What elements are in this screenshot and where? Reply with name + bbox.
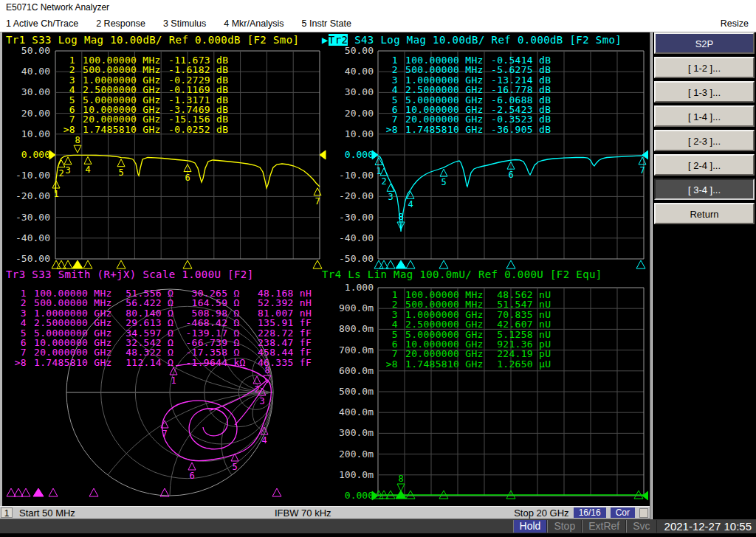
menu-item-3[interactable]: 3 Stimulus (163, 18, 206, 29)
tr1-y-axis: 50.0040.0030.0020.0010.000.000-10.00-20.… (3, 32, 50, 276)
marker-row: 55.0000000 GHz 34.597 Ω -139.17 Ω 228.72… (9, 328, 312, 338)
softkey-2-3[interactable]: [ 2-3 ]... (654, 130, 755, 151)
y-tick: -10.00 (16, 170, 50, 181)
y-tick: 1.000 (345, 282, 374, 293)
svg-text:7: 7 (162, 429, 167, 439)
softkey-header-s2p[interactable]: S2P (654, 32, 755, 54)
y-tick: 50.00 (21, 45, 50, 56)
menu-item-1[interactable]: 1 Active Ch/Trace (6, 18, 78, 29)
svg-text:8: 8 (398, 212, 403, 222)
y-tick: 800.0m (339, 323, 374, 334)
start-frequency: Start 50 MHz (19, 507, 75, 519)
softkey-1-2[interactable]: [ 1-2 ]... (654, 57, 755, 78)
marker-7-icon (639, 157, 646, 164)
stimulus-marker-icon (7, 488, 16, 496)
y-tick: 400.0m (339, 406, 374, 418)
stop-frequency: Stop 20 GHz (514, 507, 568, 519)
marker-row: 2500.00000 MHz 51.547 nU (380, 299, 551, 309)
y-tick: 0.000 (21, 149, 50, 160)
marker-row: >81.7485810 GHz 1.2650 μU (380, 359, 551, 369)
svg-text:5: 5 (232, 462, 237, 472)
marker-row: 55.0000000 GHz-6.0688 dB (380, 95, 551, 105)
svg-text:2: 2 (254, 384, 259, 395)
channel-indicator: 1 (1, 507, 13, 518)
tr2-title-text: S43 Log Mag 10.00dB/ Ref 0.000dB [F2 Smo… (348, 34, 622, 46)
stimulus-marker-icon (439, 260, 448, 268)
stimulus-marker-icon (636, 260, 645, 268)
svg-text:7: 7 (639, 165, 645, 176)
marker-row: 720.000000 GHz 48.322 Ω -17.358 Ω 458.44… (9, 347, 312, 357)
softkey-2-4[interactable]: [ 2-4 ]... (654, 154, 755, 176)
status-corner-box (639, 508, 648, 518)
menu-item-2[interactable]: 2 Response (96, 18, 145, 29)
marker-row: 1100.00000 MHz 48.562 nU (380, 290, 551, 299)
marker-row: 1100.00000 MHz 51.556 Ω 30.265 Ω 48.168 … (9, 288, 312, 298)
marker-row: 55.0000000 GHz 5.1258 nU (380, 330, 551, 339)
ref-level-arrow-left-icon (49, 150, 55, 159)
svg-text:5: 5 (118, 167, 123, 178)
marker-row: 31.0000000 GHz 80.140 Ω 508.98 Ω 81.007 … (9, 308, 312, 318)
service-indicator: Svc (626, 520, 656, 533)
marker-row: 2500.00000 MHz 56.422 Ω 164.59 Ω 52.392 … (9, 298, 312, 308)
marker-row: 31.0000000 GHz 70.835 nU (380, 310, 551, 319)
stop-indicator: Stop (547, 520, 582, 533)
svg-text:6: 6 (185, 173, 190, 183)
marker-row: 720.000000 GHz 224.19 pU (380, 349, 551, 358)
marker-5-icon (117, 159, 125, 167)
instrument-display[interactable]: 1234567812345678123456788 Tr1 S33 Log Ma… (0, 32, 650, 506)
y-tick: 900.0m (339, 302, 374, 313)
ifbw-value: IFBW 70 kHz (275, 507, 331, 519)
marker-row: 720.000000 GHz-0.3523 dB (380, 114, 551, 124)
tr1-marker-table: 1100.00000 MHz-11.673 dB2500.00000 MHz-1… (58, 55, 228, 134)
svg-text:7: 7 (315, 196, 320, 207)
svg-text:6: 6 (189, 471, 194, 481)
marker-row: >81.7485810 GHz-36.905 dB (380, 125, 551, 134)
y-tick: 100.0m (339, 469, 374, 480)
marker-row: 42.5000000 GHz-16.778 dB (380, 85, 551, 94)
resize-command[interactable]: Resize (721, 18, 756, 29)
svg-text:4: 4 (408, 199, 413, 209)
marker-row: 2500.00000 MHz-5.6275 dB (380, 65, 551, 75)
stimulus-active-marker-icon (33, 488, 44, 496)
stimulus-marker-icon (506, 260, 515, 268)
svg-text:8: 8 (398, 474, 403, 484)
stimulus-marker-icon (89, 488, 98, 496)
marker-row: 610.000000 GHz-2.5423 dB (380, 105, 551, 114)
marker-row: 1100.00000 MHz-11.673 dB (58, 55, 228, 65)
softkey-sidebar: S2P[ 1-2 ]...[ 1-3 ]...[ 1-4 ]...[ 2-3 ]… (653, 32, 756, 519)
svg-text:1: 1 (53, 189, 58, 199)
svg-text:2: 2 (381, 176, 386, 187)
tr4-y-axis: 1.000900.0m800.0m700.0m600.0m500.0m400.0… (323, 32, 374, 506)
softkey-1-3[interactable]: [ 1-3 ]... (654, 81, 755, 103)
menu-item-4[interactable]: 4 Mkr/Analysis (224, 18, 284, 29)
window-title: E5071C Network Analyzer (6, 2, 109, 13)
svg-text:2: 2 (58, 168, 63, 179)
svg-text:3: 3 (259, 396, 264, 406)
y-tick: 300.0m (339, 427, 374, 438)
menu-bar: 1 Active Ch/Trace2 Response3 Stimulus4 M… (0, 15, 756, 32)
softkey-3-4[interactable]: [ 3-4 ]... (654, 179, 755, 200)
marker-row: 610.000000 GHz-3.7469 dB (58, 105, 228, 114)
marker-row: 55.0000000 GHz-1.3171 dB (58, 95, 228, 105)
tr4-marker-table: 1100.00000 MHz 48.562 nU2500.00000 MHz 5… (380, 290, 551, 369)
y-tick: -50.00 (16, 253, 50, 264)
menu-item-5[interactable]: 5 Instr State (302, 18, 351, 29)
stimulus-marker-icon (313, 260, 322, 268)
y-tick: 40.00 (21, 66, 50, 77)
softkey-1-4[interactable]: [ 1-4 ]... (654, 105, 755, 127)
stimulus-marker-icon (406, 260, 415, 268)
points-badge: 16/16 (574, 507, 606, 518)
title-bar: E5071C Network Analyzer (0, 0, 756, 15)
marker-row: 42.5000000 GHz 29.613 Ω -468.42 Ω 135.91… (9, 318, 312, 328)
marker-row: >81.7485810 GHz-0.0252 dB (58, 125, 228, 134)
marker-row: 1100.00000 MHz-0.5414 dB (380, 55, 551, 65)
softkey-return[interactable]: Return (654, 203, 755, 224)
marker-row: 31.0000000 GHz-13.214 dB (380, 75, 551, 85)
marker-row: 610.000000 GHz 921.36 pU (380, 339, 551, 349)
extref-indicator: ExtRef (582, 520, 626, 533)
y-tick: -20.00 (16, 190, 50, 201)
marker-row: >81.7485810 GHz 112.14 Ω -1.9644 kΩ 46.3… (9, 358, 312, 367)
y-tick: 0.000 (345, 490, 374, 501)
stimulus-marker-icon (183, 260, 192, 268)
y-tick: 600.0m (339, 365, 374, 376)
